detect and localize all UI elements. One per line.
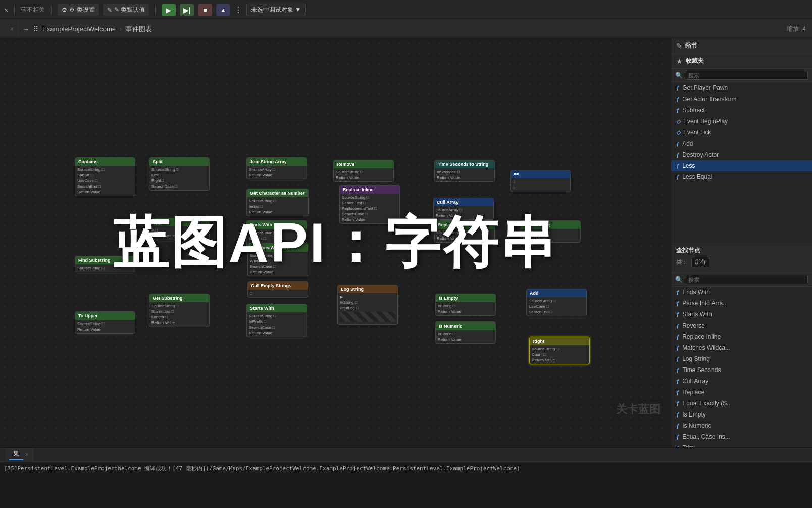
play-button[interactable]: ▶ <box>162 4 176 16</box>
item-icon: ƒ <box>676 141 679 147</box>
bp-node-eq-eq[interactable]: == □ □ <box>510 170 571 192</box>
node-row: InString □ <box>438 303 493 309</box>
item-icon: ƒ <box>676 389 679 395</box>
bookmark-item[interactable]: ƒ Get Actor Transform <box>671 94 812 105</box>
tab-close[interactable]: × <box>10 26 14 33</box>
node-row: SearchEnd □ <box>529 309 584 315</box>
pin-label: SearchEnd □ <box>529 310 552 314</box>
find-node-item[interactable]: ƒ Is Numeric <box>671 420 812 431</box>
bp-node-to-upper[interactable]: To Upper SourceString □ Return Value <box>75 311 135 334</box>
pin-label: InString □ <box>438 332 455 336</box>
pin-label: ReplacementText □ <box>342 206 377 211</box>
node-row: Right□ <box>151 178 207 183</box>
node-row: Return Value <box>249 209 306 215</box>
find-node-item[interactable]: ƒ Replace Inline <box>671 331 812 342</box>
bp-node-replace[interactable]: Replace SourceString □ Return Value <box>434 220 495 243</box>
pin-label: SearchEnd □ <box>77 184 101 189</box>
eject-button[interactable]: ▲ <box>216 4 230 16</box>
find-node-item[interactable]: ƒ Equal Exactly (S... <box>671 398 812 409</box>
node-row: UseCase □ <box>77 178 133 183</box>
bp-node-matches-wildcard[interactable]: Matches Wildcard SourceString □ Wildcard… <box>247 243 308 276</box>
find-node-item[interactable]: ƒ Ends With <box>671 287 812 298</box>
bp-node-call-empty-strings[interactable]: Call Empty Strings □ <box>247 281 308 298</box>
find-node-item[interactable]: ƒ Is Empty <box>671 409 812 420</box>
output-tab[interactable]: 果 <box>9 449 23 460</box>
node-body: SourceArray □ Return Value <box>247 166 307 179</box>
find-node-item[interactable]: ƒ Matches Wildca... <box>671 342 812 353</box>
find-node-item[interactable]: ƒ Equal, Case Ins... <box>671 431 812 442</box>
bp-node-find-substring2[interactable]: Find Substring SourceString □ <box>75 256 135 272</box>
find-node-item[interactable]: ƒ Parse Into Arra... <box>671 298 812 309</box>
find-node-item[interactable]: ƒ Trim <box>671 442 812 448</box>
find-node-item[interactable]: ƒ Starts With <box>671 309 812 320</box>
close-button[interactable]: × <box>4 6 8 14</box>
bp-node-get-char-as-num[interactable]: Get Character as Number SourceString □ I… <box>246 189 309 216</box>
pin-label: SourceString □ <box>336 170 363 174</box>
bp-node-is-empty[interactable]: Is Empty InString □ Return Value <box>435 294 496 316</box>
debug-dropdown[interactable]: 未选中调试对象 ▼ <box>246 4 306 16</box>
node-header: Ends With <box>247 221 307 229</box>
item-icon: ƒ <box>676 311 679 317</box>
output-tab-close[interactable]: × <box>25 451 29 458</box>
node-body: SourceString □ StartIndex □ Length □ Ret… <box>149 302 209 327</box>
bookmark-item[interactable]: ◇ Event Tick <box>671 127 812 138</box>
item-icon: ƒ <box>676 411 679 418</box>
bp-node-contains[interactable]: Contains SourceString □ SubStr □ UseCase… <box>75 157 135 196</box>
bookmark-item[interactable]: ƒ Add <box>671 138 812 149</box>
node-body: SourceString □ Return Value <box>75 320 135 333</box>
pin-label: Return Value <box>437 175 460 180</box>
find-nodes-list: ƒ Ends With ƒ Parse Into Arra... ƒ Start… <box>671 287 812 448</box>
item-icon: ƒ <box>676 322 679 329</box>
bp-node-append[interactable]: Append A □ Return Value <box>149 218 210 240</box>
bp-node-right[interactable]: Right SourceString □ Count □ Return Valu… <box>529 337 590 364</box>
node-row: SourceString □ <box>249 230 304 236</box>
bp-node-get-substring[interactable]: Get Substring SourceString □ StartIndex … <box>149 294 210 327</box>
back-arrow[interactable]: → <box>22 25 29 33</box>
item-icon: ƒ <box>676 434 679 440</box>
bookmark-item[interactable]: ƒ Less Equal <box>671 171 812 182</box>
bp-node-is-numeric[interactable]: Is Numeric InString □ Return Value <box>435 321 496 344</box>
more-icon[interactable]: ⋮ <box>234 5 242 15</box>
bp-node-right-panel-node[interactable]: Add SourceString □ UseCase □ SearchEnd □ <box>526 289 587 316</box>
node-header: Log String <box>338 285 397 293</box>
dropdown-arrow: ▼ <box>295 6 301 13</box>
bp-node-time-seconds-to-string[interactable]: Time Seconds to String InSeconds □ Retur… <box>434 160 495 182</box>
bookmark-item[interactable]: ƒ Get Player Pawn <box>671 82 812 94</box>
find-node-item[interactable]: ƒ Replace <box>671 387 812 398</box>
right-panel-top-header: ✎ 缩节 <box>671 38 812 54</box>
pin-label: StartIndex □ <box>151 309 174 314</box>
find-node-item[interactable]: ƒ Cull Array <box>671 376 812 387</box>
bp-node-starts-with[interactable]: Starts With SourceString □ InPrefix □ Se… <box>246 304 307 337</box>
class-settings-button[interactable]: ⚙ ⚙ 类设置 <box>58 4 98 16</box>
pin-label: Return Value <box>342 217 365 222</box>
bp-node-log-string[interactable]: Log String ▶ InString □ PrintLog □ <box>337 285 398 325</box>
find-search-input[interactable] <box>685 275 808 284</box>
bp-node-replace-inline[interactable]: Replace Inline SourceString □ SearchText… <box>339 185 400 224</box>
graph-icon: ⠿ <box>33 25 38 33</box>
item-icon: ƒ <box>676 367 679 373</box>
bp-node-remove[interactable]: Remove SourceString □ Return Value <box>333 160 394 182</box>
stop-button[interactable]: ■ <box>198 4 212 16</box>
class-defaults-button[interactable]: ✎ ✎ 类默认值 <box>103 4 149 16</box>
bookmark-item[interactable]: ◇ Event BeginPlay <box>671 116 812 127</box>
item-label: Add <box>682 140 693 147</box>
pause-button[interactable]: ▶| <box>180 4 194 16</box>
find-node-item[interactable]: ƒ Time Seconds <box>671 364 812 376</box>
find-node-item[interactable]: ƒ Reverse <box>671 320 812 331</box>
collapse-icon[interactable]: ✎ <box>676 42 682 50</box>
pin-label: SearchCase □ <box>342 212 368 216</box>
bookmark-search-input[interactable] <box>685 71 808 80</box>
bookmark-item[interactable]: ƒ Subtract <box>671 105 812 116</box>
canvas-area[interactable]: Contains SourceString □ SubStr □ UseCase… <box>0 38 671 447</box>
bp-node-split[interactable]: Split SourceString □ Left□ Right□ Search… <box>149 157 210 191</box>
node-row: □ <box>513 179 568 185</box>
bookmark-item[interactable]: ƒ Destroy Actor <box>671 149 812 160</box>
bookmark-item[interactable]: ƒ Less <box>671 160 812 171</box>
output-line: [75]PersistentLevel.ExampleProjectWelcom… <box>4 464 808 473</box>
find-node-item[interactable]: ƒ Log String <box>671 353 812 364</box>
node-row: SourceString □ <box>437 230 492 236</box>
bp-node-cull-array[interactable]: Cull Array SourceArray □ Return Value <box>433 198 494 220</box>
bp-node-join-string-array[interactable]: Join String Array SourceArray □ Return V… <box>246 157 307 179</box>
item-label: Is Numeric <box>682 422 711 429</box>
bp-node-trim-trailing[interactable]: Trim Trailing SourceString □ Return Valu… <box>520 220 581 243</box>
